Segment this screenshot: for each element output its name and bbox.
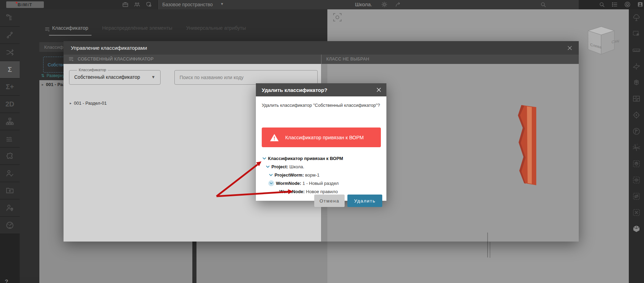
tab-classifier[interactable]: Классификатор <box>49 23 92 36</box>
view-axes[interactable]: 12 <box>629 139 644 155</box>
users-icon[interactable] <box>133 1 141 8</box>
axes-icon: 12 <box>632 143 641 152</box>
view-select-similar[interactable] <box>629 26 644 42</box>
tool-structure-tree[interactable] <box>0 9 20 27</box>
briefcase-icon[interactable] <box>122 1 129 8</box>
user-check-icon <box>5 169 15 178</box>
view-isolate[interactable] <box>629 155 644 172</box>
view-cube[interactable]: Слева Сзади <box>581 25 619 56</box>
dialog-tree-row: ProjectWorm: ворм-1 <box>256 171 386 179</box>
chevron-down-icon[interactable] <box>266 164 270 169</box>
tool-folder-share[interactable] <box>0 182 20 199</box>
left-toolbar: ΣΣ+2D ? <box>0 9 20 283</box>
view-section-plane[interactable] <box>629 58 644 74</box>
tool-user-pin[interactable] <box>0 199 20 217</box>
view-section-box[interactable] <box>629 74 644 91</box>
view-flag[interactable] <box>629 123 644 139</box>
alert-text: Классификатор привязан к ВОРМ <box>285 135 364 140</box>
target-icon <box>632 111 641 120</box>
ruler-icon <box>632 46 641 55</box>
dialog-tree: Классификатор привязан к ВОРМProject: Шк… <box>256 154 386 196</box>
section-menu-icon[interactable] <box>68 56 75 63</box>
view-hide[interactable] <box>629 188 644 204</box>
left-toolbar-tools: ΣΣ+2D <box>0 9 20 234</box>
folder-share-icon <box>5 186 15 195</box>
close-icon[interactable] <box>566 45 573 51</box>
close-icon[interactable] <box>375 86 382 93</box>
gear-icon[interactable] <box>381 1 388 8</box>
eye-off-dashed-icon <box>632 192 641 201</box>
help-button[interactable]: ? <box>5 279 8 283</box>
search-icon[interactable] <box>598 1 606 8</box>
chevron-down-icon[interactable]: ▾ <box>221 1 223 6</box>
floor-plan-icon <box>632 94 641 103</box>
dialog-tree-row: Классификатор привязан к ВОРМ <box>256 154 386 162</box>
tool-user-check[interactable] <box>0 165 20 182</box>
view-focus[interactable] <box>629 107 644 123</box>
bell-icon[interactable] <box>624 1 631 8</box>
dialog-title: Удалить классификатор? <box>262 87 327 93</box>
tool-sigma-plus[interactable]: Σ+ <box>0 78 20 96</box>
account-icon[interactable] <box>636 1 644 8</box>
view-cube-mode[interactable] <box>629 220 644 237</box>
search-icon[interactable] <box>539 1 547 8</box>
sort-arrows-icon: ⇅ <box>41 73 45 78</box>
tool-plugin[interactable] <box>0 148 20 165</box>
classifier-select-value: Собственный классификатор <box>74 74 140 80</box>
cancel-button[interactable]: Отмена <box>314 195 345 207</box>
svg-text:2: 2 <box>637 143 638 145</box>
top-bar: BiMiT Базовое пространство ▾ Школа. <box>0 0 644 9</box>
tool-sigma[interactable]: Σ <box>0 61 20 78</box>
cube-solid-icon <box>632 224 641 233</box>
tree-structure-icon <box>5 13 15 22</box>
org-chart-icon <box>5 117 15 126</box>
user-pin-icon <box>5 203 15 213</box>
flag-icon <box>632 127 641 136</box>
shield-icon[interactable] <box>145 1 153 8</box>
tool-2d[interactable]: 2D <box>0 96 20 113</box>
eye-dashed-icon <box>632 176 641 185</box>
search-field-wrap <box>174 70 318 85</box>
left-section-title: СОБСТВЕННЫЙ КЛАССИФИКАТОР <box>78 57 154 62</box>
chevron-right-icon: ▸ <box>70 101 71 105</box>
view-measure[interactable] <box>629 42 644 58</box>
dialog-header: Удалить классификатор? <box>256 83 386 96</box>
chevron-down-icon[interactable] <box>268 180 274 186</box>
x-dashed-icon <box>632 208 641 217</box>
svg-text:1: 1 <box>634 144 635 146</box>
tool-route[interactable] <box>0 27 20 44</box>
tab-unassigned[interactable]: Нераспределённые элементы <box>99 23 175 36</box>
workspace-selector-label[interactable]: Базовое пространство <box>162 2 213 7</box>
search-input[interactable] <box>175 70 317 84</box>
view-model-tree[interactable] <box>629 9 644 26</box>
view-floor-plan[interactable] <box>629 91 644 107</box>
view-clear-selection[interactable] <box>629 204 644 220</box>
view-show[interactable] <box>629 172 644 188</box>
logo-red-dot <box>16 2 17 3</box>
shuffle-icon <box>5 48 15 57</box>
workspace-icons <box>122 1 153 8</box>
tree-row-label: ProjectWorm: <box>275 172 304 178</box>
tool-line-chart[interactable] <box>0 130 20 148</box>
right-toolbar: 12 <box>629 9 644 283</box>
tree-icon <box>632 13 641 22</box>
model-edge-line <box>490 242 490 258</box>
classifier-select[interactable]: Классификатор Собственный классификатор … <box>69 70 161 85</box>
tab-attributes[interactable]: Универсальные атрибуты <box>183 23 249 36</box>
line-chart-icon <box>5 134 15 143</box>
chevron-down-icon[interactable] <box>269 173 273 177</box>
tool-shuffle[interactable] <box>0 44 20 61</box>
modal-tree-item[interactable]: ▸ 001 - Раздел-01 <box>70 101 107 106</box>
tool-org-chart[interactable] <box>0 113 20 130</box>
project-title: Школа. <box>355 1 372 7</box>
share-icon[interactable] <box>394 1 402 8</box>
warning-icon <box>270 133 279 142</box>
route-icon <box>5 30 15 40</box>
application-window: BiMiT Базовое пространство ▾ Школа. ΣΣ+2… <box>0 0 644 283</box>
chevron-down-icon[interactable] <box>262 156 267 161</box>
tool-gauge[interactable] <box>0 217 20 234</box>
list-icon[interactable] <box>611 1 618 8</box>
delete-button[interactable]: Удалить <box>347 195 382 207</box>
modal-title: Управление классификаторами <box>71 45 147 51</box>
selection-region-icon[interactable] <box>332 12 343 22</box>
